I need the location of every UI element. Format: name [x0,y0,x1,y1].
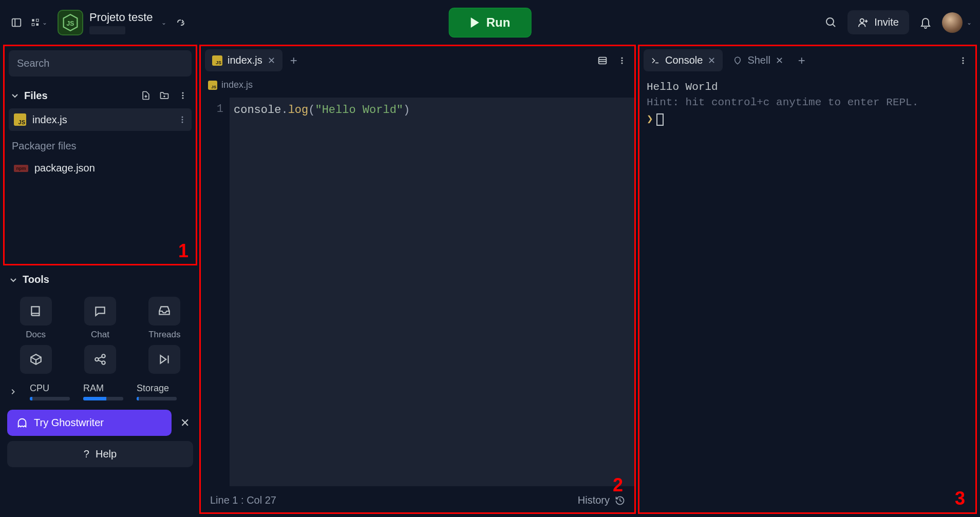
svg-line-30 [98,360,102,362]
notifications-button[interactable] [917,14,934,31]
chevron-down-icon[interactable] [11,91,19,100]
tool-chat[interactable]: Chat [71,297,128,340]
layout-button[interactable] [594,52,611,69]
link-icon-button[interactable] [173,14,189,31]
console-prompt: ❯ [647,112,968,127]
project-selector[interactable]: JS Projeto teste ⌄ [58,10,166,35]
storage-label: Storage [137,383,177,394]
history-button[interactable]: History [578,494,625,506]
editor-more-button[interactable] [614,52,630,69]
packager-files-label: Packager files [9,131,192,157]
search-input[interactable]: Search [9,50,192,76]
code-editor[interactable]: 1 console.log("Hello World") [201,98,634,486]
svg-point-36 [621,57,623,59]
js-file-icon: JS [208,81,217,90]
svg-point-40 [962,57,964,59]
svg-point-20 [182,97,183,99]
tool-debugger[interactable] [136,345,193,374]
share-icon [93,353,107,366]
npm-file-icon: npm [14,165,28,172]
ghostwriter-dismiss-button[interactable]: ✕ [177,415,193,431]
svg-point-41 [962,60,964,61]
ghostwriter-label: Try Ghostwriter [34,417,104,429]
close-tab-button[interactable]: ✕ [776,55,783,66]
chevron-right-icon [9,388,16,395]
tool-threads[interactable]: Threads [136,297,193,340]
editor-panel: JS index.js ✕ + JS index.js 1 [199,45,636,514]
svg-rect-0 [12,18,21,26]
ghostwriter-button[interactable]: Try Ghostwriter [7,410,172,436]
svg-rect-4 [32,23,34,26]
close-tab-button[interactable]: ✕ [708,55,715,66]
svg-rect-33 [599,57,607,64]
editor-status-bar: Line 1 : Col 27 History [201,489,634,512]
js-file-icon: JS [14,113,26,126]
prompt-icon: ❯ [647,112,653,127]
file-row-package-json[interactable]: npm package.json [9,157,192,179]
editor-tab-bar: JS index.js ✕ + [201,46,634,74]
tool-label: Chat [91,330,109,340]
history-icon [615,495,625,506]
svg-point-27 [102,354,105,358]
js-file-icon: JS [212,55,222,66]
tool-label: Threads [148,330,180,340]
svg-point-26 [95,358,99,361]
tools-section-label: Tools [23,274,49,285]
chat-icon [93,304,107,318]
project-title: Projeto teste [89,11,153,24]
svg-point-23 [182,122,183,123]
shell-icon [733,56,742,65]
new-folder-button[interactable] [158,89,171,102]
user-menu[interactable]: ⌄ [942,12,972,33]
new-file-button[interactable] [139,89,153,102]
region-label-3: 3 [955,488,965,509]
file-explorer-panel: Search Files JS [3,45,197,265]
svg-point-28 [102,361,105,365]
app-header: ⌄ JS Projeto teste ⌄ Run [0,0,980,45]
invite-label: Invite [874,16,899,28]
run-button[interactable]: Run [449,8,532,37]
search-button[interactable] [823,14,839,31]
apps-grid-button[interactable]: ⌄ [31,14,47,31]
line-gutter: 1 [201,98,230,486]
tool-share[interactable] [71,345,128,374]
play-icon [470,17,480,28]
tab-label: index.js [228,54,262,66]
tab-label: Shell [747,54,770,66]
new-console-tab-button[interactable]: + [794,52,810,69]
help-button[interactable]: ? Help [7,441,193,467]
search-placeholder: Search [17,58,49,69]
file-row-index-js[interactable]: JS index.js [9,108,192,131]
region-label-1: 1 [178,240,189,262]
breadcrumb-text: index.js [221,80,253,90]
svg-rect-3 [36,19,39,22]
resource-meters[interactable]: CPU RAM Storage [7,380,193,407]
files-more-button[interactable] [176,89,190,102]
run-button-label: Run [486,15,511,30]
play-next-icon [158,353,171,366]
svg-point-9 [826,18,834,25]
help-icon: ? [84,448,89,460]
svg-text:JS: JS [67,20,74,27]
ghostwriter-icon [16,417,28,429]
sidebar-toggle-button[interactable] [8,14,25,31]
tab-console[interactable]: Console ✕ [644,49,723,71]
file-name: package.json [34,162,95,174]
tab-shell[interactable]: Shell ✕ [726,49,790,71]
file-name: index.js [32,114,67,126]
tab-index-js[interactable]: JS index.js ✕ [205,49,282,71]
tool-docs[interactable]: Docs [7,297,64,340]
cursor-position: Line 1 : Col 27 [210,494,276,506]
close-tab-button[interactable]: ✕ [268,55,275,66]
svg-line-10 [833,24,835,27]
chevron-down-icon: ⌄ [967,19,972,26]
new-tab-button[interactable]: + [286,52,302,69]
console-more-button[interactable] [955,52,971,69]
book-icon [29,304,43,318]
svg-point-22 [182,119,183,121]
tool-packages[interactable] [7,345,64,374]
invite-button[interactable]: Invite [847,10,909,34]
file-more-icon[interactable] [178,116,186,124]
chevron-down-icon[interactable] [9,276,17,284]
console-output[interactable]: Hello World Hint: hit control+c anytime … [639,74,975,512]
